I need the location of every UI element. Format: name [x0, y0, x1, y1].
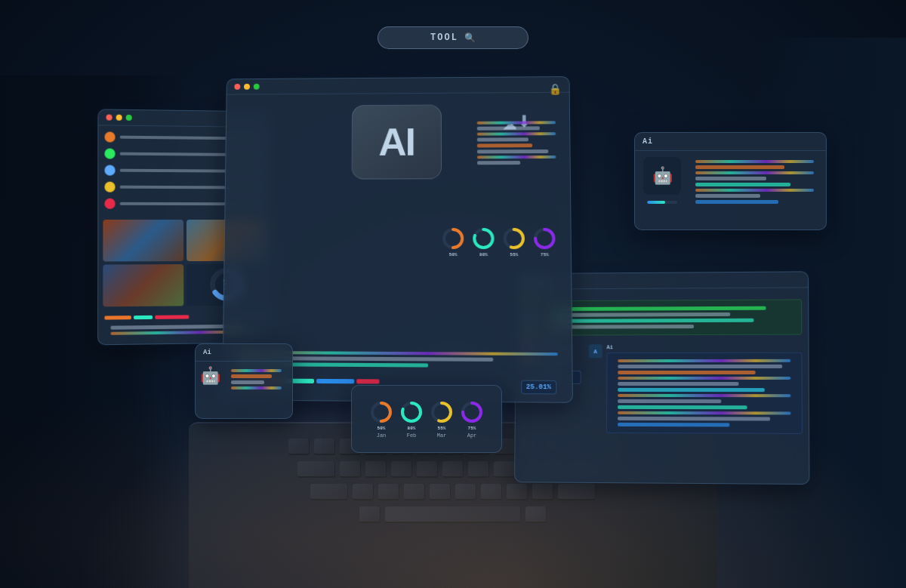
thumbnail-3: [103, 264, 183, 306]
chart-pct: 55%: [438, 426, 446, 431]
donut-55: [430, 400, 454, 424]
chat-content-ai: Ai: [606, 344, 803, 434]
code-line: [231, 369, 282, 372]
ai-logo-text: AI: [378, 119, 414, 164]
circle-80: 80%: [471, 226, 495, 257]
ai-card-titlebar: Ai: [635, 133, 826, 151]
chart-pct: 75%: [468, 426, 476, 431]
color-bar-red: [356, 379, 379, 383]
circle-75: 75%: [532, 226, 557, 257]
circle-chart-50: [441, 226, 465, 251]
robot-icon: 🤖: [643, 157, 681, 195]
code-line: [618, 394, 790, 397]
code-line: [231, 380, 264, 384]
robot-column: 🤖: [641, 157, 683, 242]
search-bar[interactable]: TOOL 🔍: [378, 26, 528, 49]
circle-chart-75: [532, 226, 557, 251]
percentage-badge: 25.01%: [521, 380, 557, 395]
code-line: [618, 371, 756, 374]
color-bar-blue: [316, 379, 354, 383]
code-line: [618, 359, 790, 362]
circle-pct: 75%: [541, 252, 549, 257]
dot-green: [254, 84, 260, 90]
nav-avatar: [104, 182, 115, 192]
code-line: [695, 171, 814, 174]
code-line: [231, 386, 282, 389]
chat-user-name: user: [540, 291, 802, 298]
dot-red: [234, 84, 240, 90]
code-line: [477, 121, 556, 125]
code-line: [618, 382, 738, 386]
dot-red: [106, 115, 112, 121]
charts-panel-bottom: 50% Jan 80% Feb 55% Mar 75% Apr: [351, 385, 502, 453]
chart-80: 80% Feb: [399, 400, 424, 439]
nav-avatar: [104, 165, 115, 176]
ai-avatar: A: [589, 344, 602, 358]
ai-code-block: [612, 356, 797, 430]
user-code-block: [545, 303, 797, 331]
circle-pct: 50%: [449, 252, 458, 257]
lock-icon: 🔒: [549, 83, 562, 96]
nav-avatar: [104, 199, 115, 209]
code-line: [231, 374, 272, 378]
chart-pct: 50%: [378, 426, 386, 431]
code-line: [695, 160, 814, 163]
mini-card-title: Ai: [203, 349, 211, 356]
ai-message-bubble: [606, 352, 803, 434]
code-line: [695, 200, 778, 204]
chart-label: Apr: [467, 433, 477, 439]
chart-50: 50% Jan: [369, 400, 393, 439]
chat-message-ai: A Ai: [582, 341, 809, 437]
nav-avatar: [104, 131, 115, 142]
bar: [155, 315, 189, 319]
mini-card-titlebar: Ai: [196, 344, 292, 362]
code-line: [477, 137, 528, 141]
donut-75: [460, 400, 484, 424]
chart-pct: 80%: [408, 426, 416, 431]
mini-code-lines: [225, 366, 288, 393]
dot-green: [126, 115, 132, 121]
code-line: [618, 399, 721, 403]
chart-label: Feb: [407, 433, 417, 439]
chart-55: 55% Mar: [430, 400, 454, 439]
mini-bot-card: Ai 🤖: [195, 343, 293, 419]
code-line: [477, 126, 540, 130]
ai-card-content: 🤖: [635, 151, 826, 248]
chart-75: 75% Apr: [460, 400, 484, 439]
circle-chart-80: [471, 226, 495, 251]
bar: [134, 316, 153, 319]
circle-chart-55: [502, 226, 527, 251]
mini-robot-icon: 🤖: [200, 366, 220, 386]
donut-50: [369, 400, 393, 424]
circle-55: 55%: [502, 226, 527, 257]
dot-yellow: [244, 84, 250, 90]
code-line: [695, 194, 760, 198]
nav-avatar: [104, 148, 115, 159]
code-line: [618, 377, 790, 380]
code-line: [695, 165, 784, 169]
ai-logo-box: AI: [352, 105, 442, 180]
code-line: [477, 143, 532, 147]
right-code-lines: [471, 118, 562, 168]
ai-card-top-right: Ai 🤖: [634, 132, 827, 230]
chart-label: Jan: [377, 433, 387, 439]
donut-charts-row: 50% 80% 55% 75%: [435, 223, 563, 260]
code-lines-right: [689, 157, 820, 207]
chart-label: Mar: [437, 433, 447, 439]
search-label: TOOL: [430, 32, 458, 43]
code-line: [695, 177, 766, 180]
code-line: [551, 306, 766, 311]
ai-card-title: Ai: [643, 137, 653, 146]
donut-80: [399, 400, 424, 424]
circle-pct: 80%: [479, 252, 488, 257]
mini-card-content: 🤖: [196, 362, 292, 397]
circle-pct: 55%: [510, 252, 518, 257]
bar: [104, 316, 131, 319]
code-line: [695, 189, 814, 192]
code-line: [695, 183, 790, 186]
code-line: [618, 388, 764, 392]
circle-50: 50%: [441, 226, 465, 257]
code-line: [618, 365, 781, 368]
search-icon: 🔍: [464, 32, 476, 44]
code-line: [618, 423, 730, 427]
